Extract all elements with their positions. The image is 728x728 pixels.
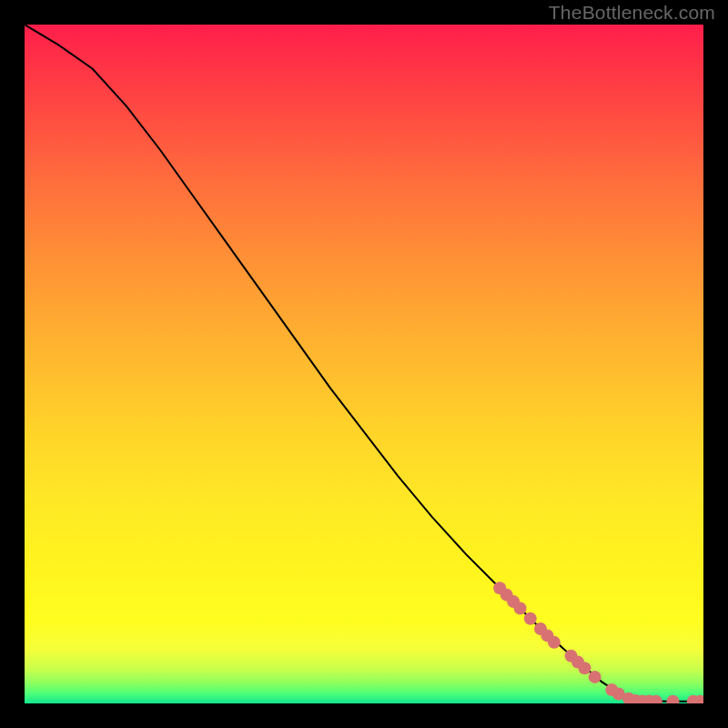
chart-svg — [25, 25, 703, 703]
plot-area — [25, 25, 703, 703]
data-marker — [578, 662, 591, 674]
chart-stage: TheBottleneck.com — [0, 0, 728, 728]
curve-line — [25, 25, 703, 702]
data-marker — [524, 612, 537, 625]
data-marker — [514, 602, 527, 615]
data-marker — [548, 636, 561, 649]
marker-group — [493, 581, 703, 703]
data-marker — [589, 671, 602, 683]
watermark-label: TheBottleneck.com — [549, 2, 715, 24]
data-marker — [666, 695, 679, 703]
